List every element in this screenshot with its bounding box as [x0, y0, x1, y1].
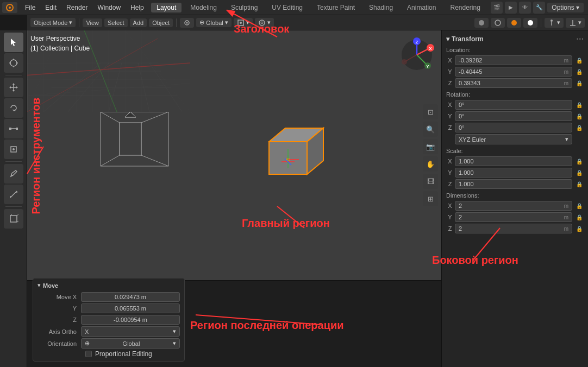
render-anim-icon[interactable]: ▶: [505, 2, 517, 14]
blender-logo[interactable]: [2, 2, 17, 13]
location-z-field[interactable]: 0.39343 m: [455, 78, 572, 88]
dim-x-field[interactable]: 2 m: [455, 201, 572, 211]
menu-edit[interactable]: Edit: [41, 3, 61, 12]
orientation-dropdown[interactable]: ⊕ Global ▾: [81, 338, 180, 349]
move-z-field[interactable]: -0.000954 m: [81, 315, 180, 325]
dim-y-value: 2: [459, 214, 462, 220]
gizmo-chevron-icon: ▾: [578, 19, 581, 26]
overlay-selector[interactable]: ▾: [545, 18, 564, 28]
workspace-animation[interactable]: Animation: [402, 3, 441, 12]
menu-window[interactable]: Window: [93, 3, 125, 12]
grid-view-icon[interactable]: ⊞: [423, 191, 438, 206]
rotation-y-axis-label: Y: [446, 113, 454, 119]
scene-props-icon[interactable]: 🔧: [533, 2, 545, 14]
dim-y-lock-icon[interactable]: 🔒: [575, 213, 584, 222]
viewport-shade-rendered[interactable]: [523, 18, 537, 28]
scale-x-lock-icon[interactable]: 🔒: [575, 157, 584, 166]
rotation-y-lock-icon[interactable]: 🔒: [575, 112, 584, 121]
render-viewport-icon[interactable]: 👁: [519, 2, 531, 14]
move-x-field[interactable]: 0.029473 m: [81, 292, 180, 302]
tool-move[interactable]: [4, 78, 23, 97]
euler-value: XYZ Euler: [459, 136, 486, 143]
euler-dropdown[interactable]: XYZ Euler ▾: [455, 134, 572, 144]
tool-measure[interactable]: [4, 185, 23, 204]
tool-annotate[interactable]: [4, 164, 23, 184]
transform-options-icon[interactable]: ⋯: [576, 35, 584, 43]
rotation-y-field[interactable]: 0°: [455, 111, 572, 121]
add-menu[interactable]: Add: [130, 18, 147, 27]
mode-selector[interactable]: Object Mode ▾: [30, 18, 76, 27]
svg-marker-26: [16, 86, 18, 88]
zoom-perspective-icon[interactable]: ⊡: [423, 104, 438, 119]
view-menu[interactable]: View: [83, 18, 102, 27]
workspace-sculpting[interactable]: Sculpting: [226, 3, 263, 12]
svg-line-34: [10, 191, 17, 198]
workspace-layout[interactable]: Layout: [151, 3, 182, 12]
move-y-field[interactable]: 0.065553 m: [81, 303, 180, 313]
scale-y-field[interactable]: 1.000: [455, 168, 572, 178]
tool-add-cube[interactable]: [4, 209, 23, 229]
snap-selector[interactable]: ▾: [234, 18, 253, 28]
scale-z-field[interactable]: 1.000: [455, 179, 572, 189]
workspace-shading[interactable]: Shading: [364, 3, 398, 12]
pivot-selector[interactable]: [180, 18, 194, 28]
gizmo-selector[interactable]: ▾: [566, 18, 585, 28]
rotation-x-lock-icon[interactable]: 🔒: [575, 100, 584, 109]
menu-help[interactable]: Help: [126, 3, 148, 12]
tool-transform[interactable]: [4, 140, 23, 159]
left-toolbar: [0, 30, 27, 367]
dim-x-axis-label: X: [446, 203, 454, 209]
menu-file[interactable]: File: [21, 3, 40, 12]
menu-render[interactable]: Render: [62, 3, 92, 12]
scale-y-lock-icon[interactable]: 🔒: [575, 168, 584, 177]
workspace-modeling[interactable]: Modeling: [185, 3, 222, 12]
scale-z-lock-icon[interactable]: 🔒: [575, 180, 584, 188]
dim-x-lock-icon[interactable]: 🔒: [575, 201, 584, 210]
snap-chevron-icon: ▾: [246, 19, 249, 26]
workspace-texture[interactable]: Texture Paint: [311, 3, 360, 12]
object-menu[interactable]: Object: [149, 18, 173, 27]
location-y-lock-icon[interactable]: 🔒: [575, 67, 584, 76]
dim-z-row: Z 2 m 🔒: [446, 224, 584, 233]
render-icon[interactable]: 🎬: [491, 2, 503, 14]
svg-marker-24: [12, 90, 15, 92]
dim-z-lock-icon[interactable]: 🔒: [575, 224, 584, 233]
viewport-shade-material[interactable]: [507, 18, 521, 28]
global-selector[interactable]: ⊕ Global ▾: [196, 18, 232, 27]
zoom-icon[interactable]: 🎞: [423, 174, 438, 189]
proportional-checkbox[interactable]: [85, 351, 92, 357]
rotation-z-field[interactable]: 0°: [455, 123, 572, 132]
viewport-3d[interactable]: User Perspective (1) Collection | Cube Z…: [27, 30, 441, 280]
axis-dropdown[interactable]: X ▾: [81, 326, 180, 337]
dim-y-field[interactable]: 2 m: [455, 212, 572, 222]
move-x-label: Move X: [37, 294, 81, 300]
tool-scale[interactable]: [4, 119, 23, 138]
location-x-lock-icon[interactable]: 🔒: [575, 56, 584, 65]
location-y-field[interactable]: -0.40445 m: [455, 67, 572, 77]
zoom-local-icon[interactable]: 🔍: [423, 122, 438, 137]
proportional-selector[interactable]: ▾: [255, 18, 274, 28]
select-menu[interactable]: Select: [104, 18, 128, 27]
viewport-shade-solid[interactable]: [474, 18, 489, 28]
hand-icon[interactable]: ✋: [423, 156, 438, 172]
location-z-lock-icon[interactable]: 🔒: [575, 79, 584, 87]
tool-cursor[interactable]: [4, 53, 23, 73]
rotation-z-axis-label: Z: [446, 124, 454, 131]
rotation-x-field[interactable]: 0°: [455, 100, 572, 110]
viewport-shade-wire[interactable]: [491, 18, 505, 28]
orientation-gizmo[interactable]: Z X Y: [398, 36, 436, 74]
op-collapse-icon[interactable]: ▾: [37, 282, 41, 289]
workspace-rendering[interactable]: Rendering: [445, 3, 485, 12]
tool-rotate[interactable]: [4, 98, 23, 118]
workspace-uv[interactable]: UV Editing: [266, 3, 308, 12]
svg-line-64: [101, 155, 120, 166]
location-x-field[interactable]: -0.39282 m: [455, 55, 572, 65]
tool-sep-1: [5, 75, 22, 75]
camera-view-icon[interactable]: 📷: [423, 139, 438, 154]
scale-x-field[interactable]: 1.000: [455, 156, 572, 166]
transform-collapse-icon[interactable]: ▾: [446, 35, 449, 43]
rotation-z-lock-icon[interactable]: 🔒: [575, 123, 584, 132]
tool-select[interactable]: [4, 33, 23, 52]
dim-z-field[interactable]: 2 m: [455, 224, 572, 233]
options-button[interactable]: Options ▾: [547, 3, 584, 12]
